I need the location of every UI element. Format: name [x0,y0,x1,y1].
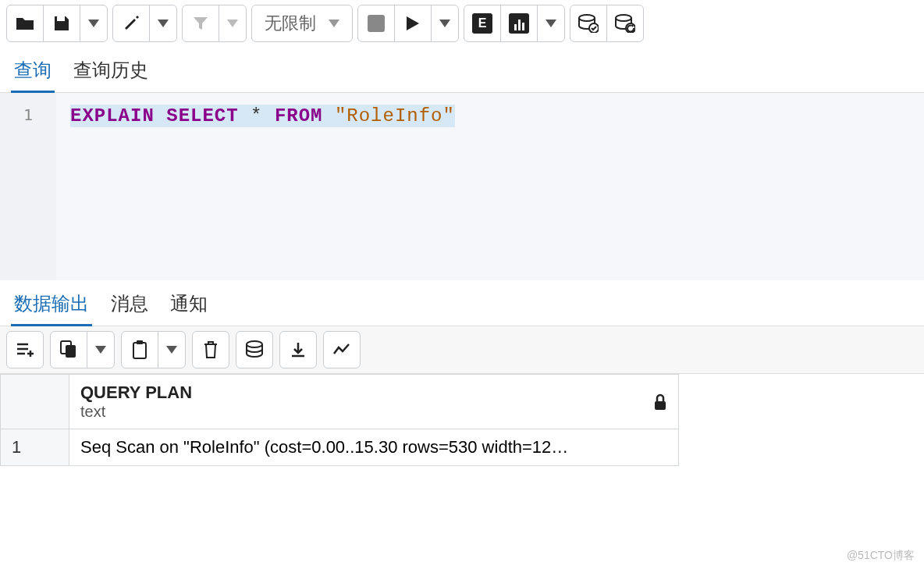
table-row[interactable]: 1 Seq Scan on "RoleInfo" (cost=0.00..15.… [1,429,679,466]
sql-star: * [251,105,262,126]
line-number: 1 [0,105,56,124]
tab-query[interactable]: 查询 [11,53,55,93]
pencil-icon [123,15,140,32]
svg-rect-9 [655,401,666,410]
watermark: @51CTO博客 [847,549,915,563]
play-icon [405,15,421,32]
clipboard-icon [132,340,147,359]
svg-rect-6 [133,343,146,358]
execute-dropdown[interactable] [431,5,459,42]
tab-data-output[interactable]: 数据输出 [11,287,92,326]
save-button[interactable] [43,5,80,42]
line-chart-icon [332,343,351,357]
svg-rect-7 [137,340,143,344]
save-data-button[interactable] [236,331,273,368]
download-icon [290,341,307,358]
sql-identifier: "RoleInfo" [335,105,455,126]
add-row-button[interactable] [6,331,44,368]
tab-notifications[interactable]: 通知 [167,287,211,326]
rollback-button[interactable] [606,5,644,42]
tab-query-history[interactable]: 查询历史 [70,53,151,92]
folder-icon [16,16,34,31]
save-dropdown[interactable] [80,5,108,42]
save-icon [53,15,70,32]
open-file-button[interactable] [6,5,44,42]
svg-point-8 [247,341,262,347]
copy-button[interactable] [50,331,87,368]
chevron-down-icon [88,20,99,27]
paste-dropdown[interactable] [158,331,186,368]
tab-messages[interactable]: 消息 [108,287,151,326]
line-gutter: 1 [0,93,56,280]
explain-icon: E [472,13,492,34]
column-header[interactable]: QUERY PLAN text [69,375,679,429]
chevron-down-icon [95,346,106,354]
filter-button[interactable] [182,5,219,42]
chevron-down-icon [439,20,450,27]
sql-editor[interactable]: 1 EXPLAIN SELECT * FROM "RoleInfo" [0,93,924,280]
column-name: QUERY PLAN [80,383,192,403]
copy-icon [60,340,77,359]
row-limit-select[interactable]: 无限制 [251,5,353,42]
chart-view-button[interactable] [323,331,361,368]
svg-point-2 [616,15,631,21]
filter-icon [192,15,209,32]
column-type: text [80,403,192,421]
analyze-button[interactable] [500,5,538,42]
cell-value[interactable]: Seq Scan on "RoleInfo" (cost=0.00..15.30… [69,429,679,466]
chart-icon [509,13,529,34]
lock-icon [653,393,667,411]
stop-icon [368,15,385,32]
sql-keyword: FROM [275,105,323,126]
svg-point-0 [579,15,595,21]
commit-button[interactable] [570,5,607,42]
db-icon [245,340,264,359]
db-rollback-icon [615,14,635,33]
execute-button[interactable] [394,5,432,42]
edit-button[interactable] [112,5,150,42]
trash-icon [203,340,219,359]
chevron-down-icon [166,346,177,354]
chevron-down-icon [227,20,238,27]
chevron-down-icon [329,20,339,27]
chevron-down-icon [158,20,169,27]
query-tabs: 查询 查询历史 [0,47,924,93]
edit-dropdown[interactable] [149,5,177,42]
sql-keyword: EXPLAIN [70,105,155,126]
row-limit-label: 无限制 [265,12,316,35]
filter-dropdown[interactable] [219,5,247,42]
paste-button[interactable] [121,331,158,368]
list-add-icon [16,341,34,358]
analyze-dropdown[interactable] [537,5,565,42]
sql-keyword: SELECT [166,105,238,126]
code-area[interactable]: EXPLAIN SELECT * FROM "RoleInfo" [56,93,924,280]
svg-rect-5 [66,345,76,358]
result-toolbar [0,326,924,374]
db-commit-icon [578,14,599,33]
stop-button[interactable] [357,5,395,42]
explain-button[interactable]: E [464,5,501,42]
delete-button[interactable] [192,331,229,368]
row-number: 1 [1,429,69,466]
copy-dropdown[interactable] [87,331,115,368]
main-toolbar: 无限制 E [0,0,924,47]
result-table: QUERY PLAN text 1 Seq Scan on "RoleInfo"… [0,374,679,466]
row-number-header [1,375,69,429]
result-tabs: 数据输出 消息 通知 [0,280,924,326]
download-button[interactable] [279,331,317,368]
chevron-down-icon [546,20,556,27]
